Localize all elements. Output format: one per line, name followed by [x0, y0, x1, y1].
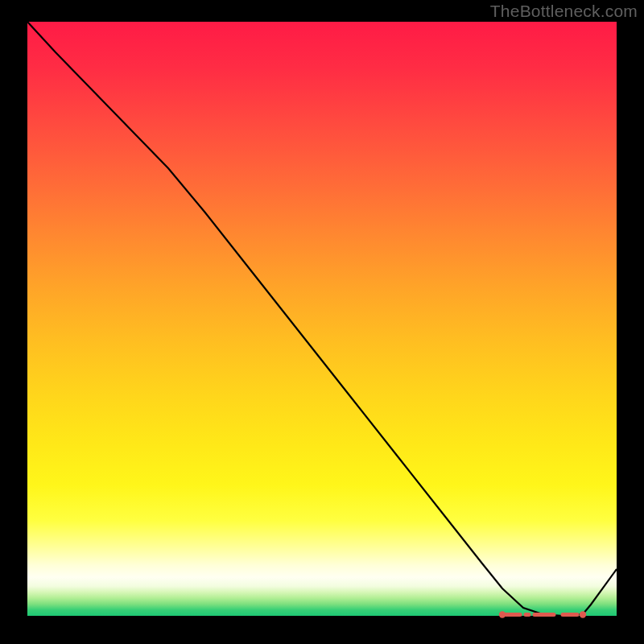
chart-root: TheBottleneck.com: [0, 0, 644, 644]
curve-line: [27, 22, 617, 616]
chart-svg: [27, 22, 617, 616]
watermark-text: TheBottleneck.com: [490, 2, 638, 21]
optimum-marker-end: [580, 611, 586, 617]
optimum-marker-start: [499, 611, 506, 617]
plot-area: [27, 22, 617, 616]
optimum-markers: [499, 611, 586, 617]
